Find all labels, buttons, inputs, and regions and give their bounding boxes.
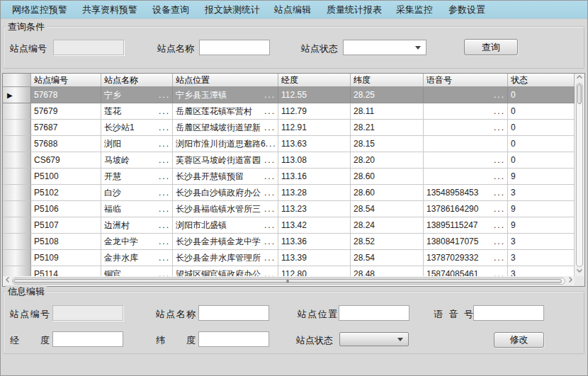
menu-item-site-edit[interactable]: 站点编辑 [274, 1, 311, 19]
table-row[interactable]: P5108金龙中学...长沙县金井镇金龙中学...113.3628.521380… [3, 234, 575, 250]
table-row[interactable]: P5114铜官...望城区铜官镇政府办公...112.8028.48158740… [3, 266, 575, 276]
vertical-scrollbar[interactable] [575, 74, 584, 276]
scroll-up-icon[interactable] [575, 74, 584, 83]
horizontal-scroll-track[interactable] [12, 278, 565, 285]
query-site-id-label: 站点编号 [10, 42, 47, 55]
horizontal-scrollbar[interactable] [3, 276, 575, 286]
scroll-gripper-icon [286, 280, 289, 283]
cell-site-location: 岳麓区望城坡街道望新... [173, 120, 278, 136]
query-site-status-select[interactable] [343, 40, 426, 55]
column-header-site-id[interactable]: 站点编号 [31, 74, 101, 86]
edit-longitude-input[interactable] [52, 331, 123, 347]
horizontal-scroll-thumb[interactable] [13, 279, 562, 283]
menu-item-shared-data-alert[interactable]: 共享资料预警 [82, 1, 137, 19]
table-corner-cell[interactable] [3, 74, 31, 86]
table-body: ▶57678宁乡...宁乡县玉潭镇...112.5528.25...057679… [3, 87, 575, 276]
truncation-ellipsis: ... [494, 87, 505, 103]
cell-status: 3 [508, 266, 575, 276]
truncation-ellipsis: ... [494, 201, 505, 217]
edit-site-location-input[interactable] [339, 305, 409, 321]
cell-voice-number: ... [424, 103, 508, 120]
cell-site-location: 长沙县福临镇水管所三... [173, 201, 278, 217]
truncation-ellipsis: ... [494, 120, 505, 135]
query-conditions-title: 查询条件 [6, 21, 47, 33]
row-header-cell[interactable] [3, 217, 31, 234]
edit-latitude-input[interactable] [198, 331, 269, 347]
table-row[interactable]: P5100开慧...长沙县开慧镇预留...113.1628.60...9 [3, 169, 575, 185]
cell-site-location: 望城区铜官镇政府办公... [173, 266, 278, 276]
truncation-ellipsis: ... [264, 185, 276, 200]
scroll-down-icon[interactable] [575, 267, 584, 276]
row-header-cell[interactable] [3, 234, 31, 250]
cell-longitude: 113.42 [278, 217, 351, 234]
column-header-site-name[interactable]: 站点名称 [101, 74, 173, 86]
edit-site-name-label: 站点名称 [156, 308, 196, 321]
table-row[interactable]: P5106福临...长沙县福临镇水管所三...113.2328.54137861… [3, 201, 575, 217]
truncation-ellipsis: ... [494, 217, 505, 233]
cell-site-location: 宁乡县玉潭镇... [173, 87, 278, 103]
truncation-ellipsis: ... [266, 136, 277, 152]
table-row[interactable]: P5102白沙...长沙县白沙镇政府办公...113.2828.60135489… [3, 185, 575, 201]
column-header-latitude[interactable]: 纬度 [351, 74, 424, 86]
table-row[interactable]: 57688浏阳...浏阳市淮川街道思邈路6...113.6328.150 [3, 136, 575, 152]
row-header-cell[interactable] [3, 266, 31, 276]
cell-site-id: 57679 [31, 103, 101, 120]
table-row[interactable]: P5109金井水库...长沙县金井水库管理所...113.3928.541378… [3, 250, 575, 266]
truncation-ellipsis: ... [494, 152, 505, 168]
menu-item-collect-monitor[interactable]: 采集监控 [396, 1, 433, 19]
table-row[interactable]: 57687长沙站1...岳麓区望城坡街道望新...112.9128.21...0 [3, 120, 575, 136]
cell-site-name: 白沙... [101, 185, 173, 201]
cell-site-id: P5102 [31, 185, 101, 201]
table-row[interactable]: P5107边洲村...浏阳市北盛镇...113.4228.24138951152… [3, 217, 575, 234]
menu-item-device-query[interactable]: 设备查询 [152, 1, 189, 19]
row-header-cell[interactable]: ▶ [3, 87, 31, 103]
cell-site-location: 芙蓉区马坡岭街道富园... [173, 152, 278, 169]
vertical-scroll-track[interactable] [576, 83, 583, 267]
edit-voice-number-input[interactable] [473, 305, 544, 321]
column-header-status[interactable]: 状态 [508, 74, 575, 86]
modify-button[interactable]: 修改 [494, 332, 544, 348]
cell-longitude: 113.63 [278, 136, 351, 152]
cell-latitude: 28.52 [351, 234, 424, 250]
cell-site-id: P5109 [31, 250, 101, 266]
row-header-cell[interactable] [3, 201, 31, 217]
row-header-cell[interactable] [3, 136, 31, 152]
menu-item-quality-report[interactable]: 质量统计报表 [327, 1, 382, 19]
cell-voice-number: ... [424, 169, 508, 185]
cell-latitude: 28.60 [351, 185, 424, 201]
query-site-name-label: 站点名称 [157, 42, 194, 55]
row-header-cell[interactable] [3, 120, 31, 136]
edit-site-id-input[interactable] [52, 305, 123, 321]
edit-site-status-select[interactable] [339, 332, 409, 346]
cell-latitude: 28.15 [351, 136, 424, 152]
edit-site-name-input[interactable] [198, 305, 269, 321]
menu-item-network-monitor-alert[interactable]: 网络监控预警 [12, 1, 67, 19]
query-site-name-input[interactable] [199, 40, 270, 55]
cell-longitude: 112.91 [278, 120, 351, 136]
row-header-cell[interactable] [3, 169, 31, 185]
row-header-cell[interactable] [3, 103, 31, 120]
cell-longitude: 113.23 [278, 201, 351, 217]
column-header-voice-number[interactable]: 语音号 [424, 74, 508, 86]
menu-item-report-missing-stats[interactable]: 报文缺测统计 [205, 1, 260, 19]
column-header-site-location[interactable]: 站点位置 [173, 74, 278, 86]
scroll-right-icon[interactable] [565, 276, 575, 286]
menu-item-parameter-settings[interactable]: 参数设置 [448, 1, 485, 19]
cell-status: 3 [508, 234, 575, 250]
scroll-left-icon[interactable] [3, 276, 12, 286]
cell-site-name: 铜官... [101, 266, 173, 276]
table-row[interactable]: ▶57678宁乡...宁乡县玉潭镇...112.5528.25...0 [3, 87, 575, 103]
truncation-ellipsis: ... [159, 87, 170, 103]
chevron-down-icon [415, 46, 421, 50]
query-button[interactable]: 查询 [464, 39, 518, 55]
row-header-cell[interactable] [3, 185, 31, 201]
table-row[interactable]: CS679马坡岭...芙蓉区马坡岭街道富园...113.0828.20...0 [3, 152, 575, 169]
cell-site-name: 边洲村... [101, 217, 173, 234]
row-header-cell[interactable] [3, 250, 31, 266]
vertical-scroll-thumb[interactable] [577, 84, 582, 104]
cell-site-id: P5107 [31, 217, 101, 234]
column-header-longitude[interactable]: 经度 [278, 74, 351, 86]
query-site-id-input[interactable] [53, 40, 124, 55]
table-row[interactable]: 57679莲花...岳麓区莲花镇军营村...112.7928.11...0 [3, 103, 575, 120]
row-header-cell[interactable] [3, 152, 31, 169]
